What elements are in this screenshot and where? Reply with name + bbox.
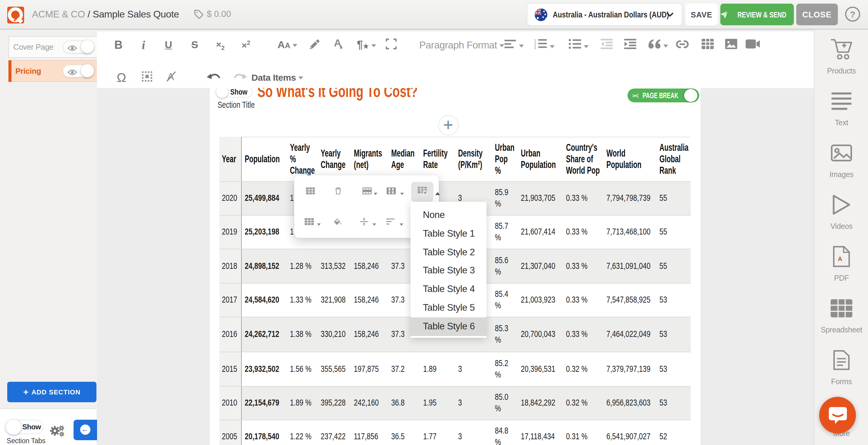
svg-text:A: A <box>838 255 842 262</box>
svg-text:3: 3 <box>534 45 536 49</box>
svg-text:A: A <box>334 37 341 48</box>
